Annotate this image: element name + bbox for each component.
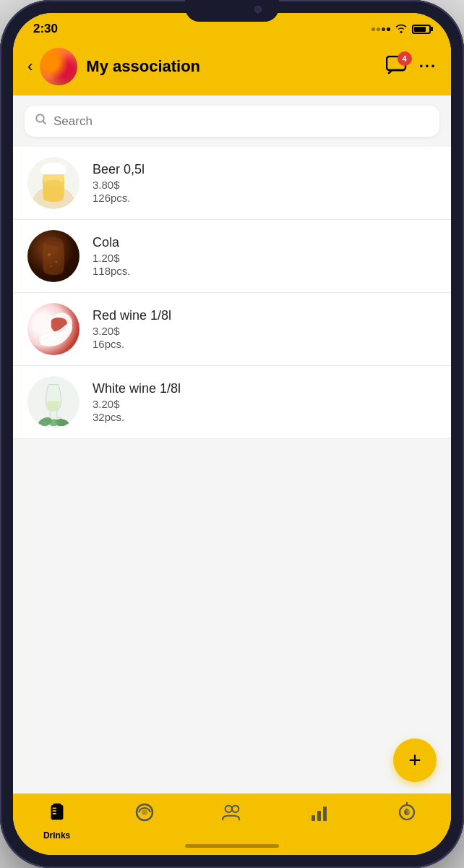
product-name: Cola: [93, 235, 437, 250]
product-info-beer: Beer 0,5l 3.80$ 126pcs.: [93, 162, 437, 204]
page-title: My association: [86, 57, 385, 76]
more-button[interactable]: ···: [419, 57, 437, 76]
battery-icon: [412, 25, 431, 34]
product-image-beer: [27, 157, 80, 209]
svg-point-18: [142, 809, 147, 815]
search-bar[interactable]: [25, 106, 439, 137]
screen: 2:30: [13, 13, 451, 855]
settings-icon: €: [397, 802, 417, 827]
list-item[interactable]: Cola 1.20$ 118pcs.: [13, 220, 451, 293]
svg-point-7: [51, 265, 52, 267]
drinks-icon: [47, 802, 67, 827]
product-price: 3.80$: [93, 179, 437, 191]
header-actions: 4 ···: [386, 56, 437, 77]
svg-rect-22: [317, 811, 321, 821]
food-icon: [134, 802, 155, 827]
svg-point-3: [43, 163, 64, 174]
signal-icon: [371, 27, 390, 31]
product-name: Beer 0,5l: [93, 162, 437, 177]
home-indicator: [185, 844, 279, 848]
camera: [254, 6, 262, 13]
nav-item-members[interactable]: [188, 802, 275, 827]
svg-rect-12: [51, 805, 63, 820]
search-icon: [35, 113, 48, 129]
svg-point-5: [48, 253, 51, 256]
add-item-button[interactable]: +: [393, 739, 437, 782]
product-price: 1.20$: [93, 252, 437, 264]
product-image-red-wine: [27, 303, 80, 355]
svg-text:€: €: [404, 807, 409, 817]
members-icon: [222, 802, 242, 827]
red-wine-icon: [34, 310, 74, 349]
svg-point-4: [45, 237, 62, 246]
white-wine-icon: [34, 379, 74, 426]
product-list: Beer 0,5l 3.80$ 126pcs.: [13, 147, 451, 439]
svg-point-6: [56, 261, 58, 263]
chat-button[interactable]: 4: [386, 56, 408, 77]
plus-icon: +: [408, 749, 421, 771]
product-qty: 118pcs.: [93, 265, 437, 277]
product-info-cola: Cola 1.20$ 118pcs.: [93, 235, 437, 277]
nav-item-drinks[interactable]: Drinks: [13, 802, 100, 841]
content: Beer 0,5l 3.80$ 126pcs.: [13, 95, 451, 793]
phone-frame: 2:30: [0, 0, 464, 868]
cola-glass-icon: [38, 234, 69, 278]
list-item[interactable]: Red wine 1/8l 3.20$ 16pcs.: [13, 293, 451, 366]
svg-rect-15: [52, 810, 56, 812]
list-item[interactable]: White wine 1/8l 3.20$ 32pcs.: [13, 366, 451, 439]
search-container: [13, 95, 451, 147]
nav-item-settings[interactable]: €: [364, 802, 451, 827]
product-info-white-wine: White wine 1/8l 3.20$ 32pcs.: [93, 381, 437, 423]
wifi-icon: [395, 23, 408, 35]
svg-rect-14: [52, 807, 56, 809]
search-input[interactable]: [53, 114, 429, 129]
product-qty: 16pcs.: [93, 338, 437, 350]
product-name: Red wine 1/8l: [93, 308, 437, 323]
status-time: 2:30: [33, 22, 58, 36]
status-icons: [371, 23, 431, 35]
product-price: 3.20$: [93, 398, 437, 410]
product-price: 3.20$: [93, 325, 437, 337]
fab-container: +: [13, 727, 451, 793]
svg-point-20: [232, 806, 239, 812]
notch: [185, 0, 279, 22]
header: ‹ My association 4 ···: [13, 42, 451, 95]
svg-rect-21: [312, 815, 315, 821]
svg-rect-13: [53, 804, 61, 807]
beer-glass-icon: [39, 161, 68, 205]
notification-badge: 4: [398, 51, 412, 66]
product-name: White wine 1/8l: [93, 381, 437, 396]
nav-label-drinks: Drinks: [43, 830, 70, 841]
list-item[interactable]: Beer 0,5l 3.80$ 126pcs.: [13, 147, 451, 220]
back-button[interactable]: ‹: [27, 59, 33, 75]
stats-icon: [309, 802, 330, 827]
product-image-cola: [27, 230, 80, 282]
product-image-white-wine: [27, 376, 80, 428]
empty-space: [13, 439, 451, 727]
avatar[interactable]: [40, 48, 77, 85]
svg-rect-16: [52, 813, 56, 814]
product-info-red-wine: Red wine 1/8l 3.20$ 16pcs.: [93, 308, 437, 350]
product-qty: 126pcs.: [93, 192, 437, 204]
svg-rect-23: [323, 807, 327, 821]
svg-point-19: [225, 806, 232, 812]
product-qty: 32pcs.: [93, 411, 437, 423]
nav-item-food[interactable]: [100, 802, 188, 827]
nav-item-stats[interactable]: [276, 802, 364, 827]
